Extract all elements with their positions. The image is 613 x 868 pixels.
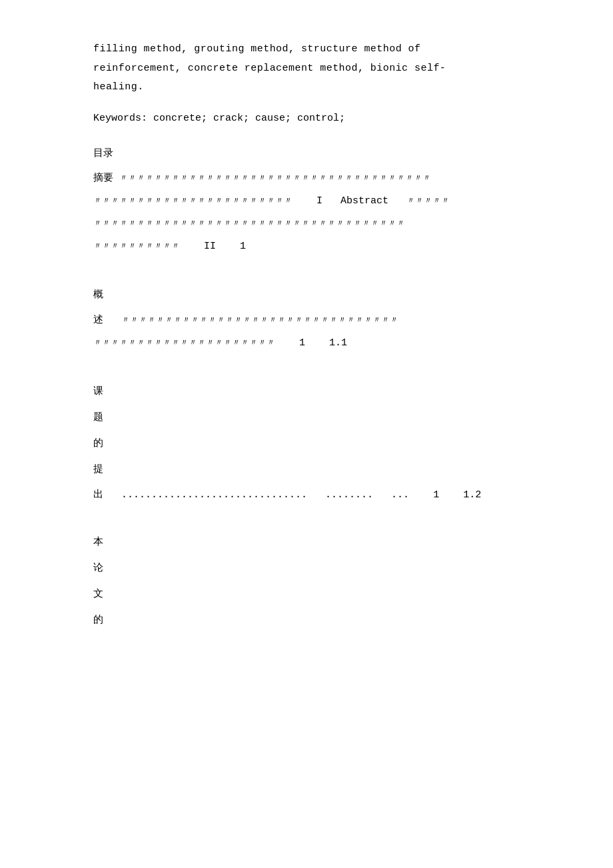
spacer-2 — [93, 356, 520, 367]
toc-abstract-entry: 摘要 〃〃〃〃〃〃〃〃〃〃〃〃〃〃〃〃〃〃〃〃〃〃〃〃〃〃〃〃〃〃〃〃〃〃〃〃 — [93, 169, 520, 189]
subsection2-heading: 本 论 文 的 — [93, 529, 520, 633]
toc-abstract-en-dots3: 〃〃〃〃〃〃〃〃〃〃 — [93, 241, 180, 251]
paragraph-filling-method: filling method, grouting method, structu… — [93, 40, 520, 97]
subsection1-char1: 课 — [93, 379, 520, 405]
toc-abstract-dots2: 〃〃〃〃〃〃〃〃〃〃〃〃〃〃〃〃〃〃〃〃〃〃〃 — [93, 196, 293, 206]
section1-heading: 概 — [93, 282, 520, 308]
toc-title-text: 目录 — [93, 148, 113, 159]
section1-dots: 〃〃〃〃〃〃〃〃〃〃〃〃〃〃〃〃〃〃〃〃〃〃〃〃〃〃〃〃〃〃〃〃 — [121, 315, 398, 325]
keywords-text: Keywords: concrete; crack; cause; contro… — [93, 113, 345, 124]
paragraph-line3: healing. — [93, 78, 520, 97]
section1-char2: 述 — [93, 315, 103, 326]
toc-abstract-entry-2: 〃〃〃〃〃〃〃〃〃〃〃〃〃〃〃〃〃〃〃〃〃〃〃 I Abstract 〃〃〃〃〃 — [93, 191, 520, 211]
toc-abstract-en-label: Abstract — [340, 195, 388, 207]
subsection1-heading: 课 题 的 提 — [93, 379, 520, 483]
subsection1-label: 1.1 — [329, 337, 347, 349]
keywords-section: Keywords: concrete; crack; cause; contro… — [93, 109, 520, 129]
subsection1-dots2: ........ — [325, 489, 373, 501]
toc-abstract-en-dots: 〃〃〃〃〃 — [406, 196, 450, 206]
subsection1-char2: 题 — [93, 405, 520, 431]
paragraph-line2: reinforcement, concrete replacement meth… — [93, 59, 520, 79]
subsection1-dots-entry: 出 ............................... ......… — [93, 485, 520, 505]
toc-abstract-en-dots2: 〃〃〃〃〃〃〃〃〃〃〃〃〃〃〃〃〃〃〃〃〃〃〃〃〃〃〃〃〃〃〃〃〃〃〃〃 — [93, 219, 405, 229]
subsection2-char2: 论 — [93, 555, 520, 581]
toc-abstract-en-end-entry: 〃〃〃〃〃〃〃〃〃〃 II 1 — [93, 237, 520, 257]
page: filling method, grouting method, structu… — [0, 0, 613, 868]
subsection2-label: 1.2 — [463, 489, 481, 501]
section1-dots-entry: 述 〃〃〃〃〃〃〃〃〃〃〃〃〃〃〃〃〃〃〃〃〃〃〃〃〃〃〃〃〃〃〃〃 — [93, 311, 520, 331]
toc-abstract-label: 摘要 — [93, 173, 113, 184]
toc-abstract-roman: I — [316, 195, 322, 207]
subsection1-dots3: ... — [391, 489, 409, 501]
subsection1-char4: 提 — [93, 457, 520, 483]
subsection1-page: 1 — [433, 489, 439, 501]
subsection2-char1: 本 — [93, 529, 520, 555]
paragraph-line1: filling method, grouting method, structu… — [93, 40, 520, 59]
toc-abstract-en-page: 1 — [240, 241, 246, 252]
section1-char1: 概 — [93, 282, 520, 308]
subsection1-char3: 的 — [93, 431, 520, 457]
subsection2-char3: 文 — [93, 581, 520, 607]
subsection1-char5: 出 — [93, 489, 103, 501]
toc-abstract-dots: 〃〃〃〃〃〃〃〃〃〃〃〃〃〃〃〃〃〃〃〃〃〃〃〃〃〃〃〃〃〃〃〃〃〃〃〃 — [119, 173, 431, 183]
spacer-1 — [93, 259, 520, 270]
section1-page: 1 — [299, 337, 305, 349]
subsection2-char4: 的 — [93, 607, 520, 633]
toc-abstract-en-entry: 〃〃〃〃〃〃〃〃〃〃〃〃〃〃〃〃〃〃〃〃〃〃〃〃〃〃〃〃〃〃〃〃〃〃〃〃 — [93, 214, 520, 234]
subsection1-dots: ............................... — [121, 489, 307, 501]
toc-title: 目录 — [93, 147, 520, 159]
section1-dots2: 〃〃〃〃〃〃〃〃〃〃〃〃〃〃〃〃〃〃〃〃〃 — [93, 338, 275, 348]
toc-abstract-en-roman: II — [204, 241, 216, 252]
spacer-3 — [93, 507, 520, 517]
section1-dots2-entry: 〃〃〃〃〃〃〃〃〃〃〃〃〃〃〃〃〃〃〃〃〃 1 1.1 — [93, 333, 520, 353]
